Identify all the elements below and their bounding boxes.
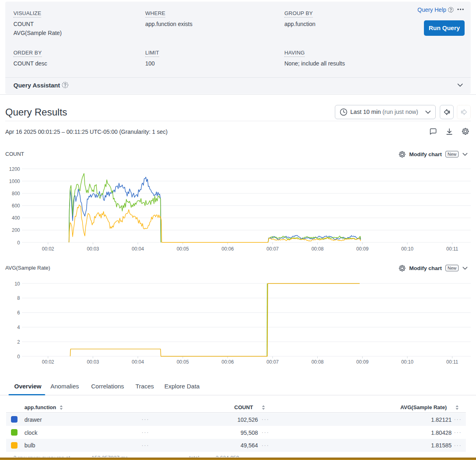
svg-text:00:03: 00:03	[87, 246, 99, 252]
svg-text:00:08: 00:08	[311, 246, 323, 252]
svg-text:600: 600	[12, 203, 20, 209]
svg-text:00:06: 00:06	[222, 359, 234, 365]
svg-text:400: 400	[12, 215, 20, 221]
svg-text:00:04: 00:04	[132, 359, 144, 365]
svg-text:8: 8	[17, 295, 20, 301]
svg-text:0: 0	[17, 354, 20, 360]
svg-text:4: 4	[17, 325, 20, 330]
svg-text:800: 800	[12, 191, 20, 196]
svg-text:200: 200	[12, 227, 20, 233]
svg-text:1000: 1000	[9, 179, 20, 184]
svg-text:00:05: 00:05	[177, 359, 189, 365]
svg-text:6: 6	[17, 310, 20, 316]
svg-text:2: 2	[17, 339, 20, 345]
svg-text:00:05: 00:05	[177, 246, 189, 252]
svg-text:00:02: 00:02	[42, 246, 54, 252]
svg-text:00:09: 00:09	[356, 246, 369, 252]
svg-text:00:07: 00:07	[266, 246, 279, 252]
svg-text:00:04: 00:04	[132, 246, 144, 252]
svg-text:00:11: 00:11	[446, 246, 458, 252]
svg-text:1200: 1200	[9, 166, 20, 172]
svg-text:00:02: 00:02	[42, 359, 54, 365]
svg-text:00:06: 00:06	[222, 246, 234, 252]
svg-text:00:10: 00:10	[401, 359, 413, 365]
svg-text:00:08: 00:08	[311, 359, 323, 365]
svg-text:00:11: 00:11	[446, 359, 458, 365]
svg-text:00:09: 00:09	[356, 359, 369, 365]
svg-text:00:07: 00:07	[266, 359, 279, 365]
svg-text:0: 0	[17, 240, 20, 246]
svg-text:00:10: 00:10	[401, 246, 413, 252]
svg-text:10: 10	[15, 281, 20, 287]
svg-text:00:03: 00:03	[87, 359, 99, 365]
